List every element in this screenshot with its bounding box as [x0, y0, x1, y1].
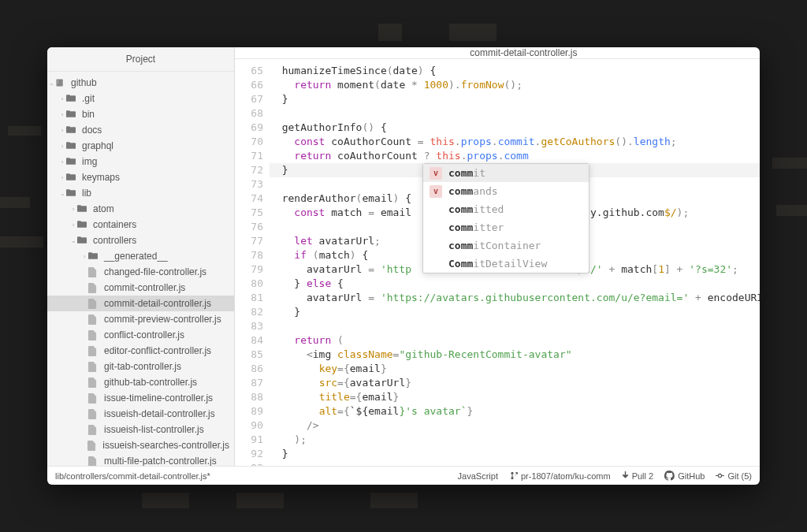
- tree-file[interactable]: issueish-list-controller.js: [47, 422, 234, 437]
- tree-folder[interactable]: ›containers: [47, 217, 234, 233]
- folder-icon: [88, 252, 101, 260]
- code-area[interactable]: humanizeTimeSince(date) { return moment(…: [270, 59, 760, 466]
- tree-file[interactable]: github-tab-controller.js: [47, 374, 234, 390]
- tree-file[interactable]: issue-timeline-controller.js: [47, 390, 234, 406]
- code-line[interactable]: key={email}: [270, 362, 760, 376]
- autocomplete-item[interactable]: vcommit: [423, 164, 589, 182]
- file-icon: [88, 378, 101, 388]
- tree-folder[interactable]: ›.git: [47, 91, 234, 106]
- folder-icon: [66, 126, 79, 134]
- tree-file[interactable]: issueish-searches-controller.js: [47, 437, 234, 453]
- tab-bar[interactable]: commit-detail-controller.js: [235, 47, 760, 59]
- arrow-down-icon: [622, 471, 629, 480]
- tree-file[interactable]: commit-controller.js: [47, 280, 234, 296]
- code-line[interactable]: return moment(date * 1000).fromNow();: [270, 78, 760, 92]
- tree-label: editor-conflict-controller.js: [104, 345, 211, 356]
- status-github[interactable]: GitHub: [664, 471, 705, 481]
- repo-icon: [55, 78, 68, 87]
- status-git[interactable]: Git (5): [716, 471, 752, 481]
- code-line[interactable]: } else {: [270, 277, 760, 291]
- code-line[interactable]: return coAuthorCount ? this.props.comm: [270, 149, 760, 163]
- code-line[interactable]: [270, 106, 760, 121]
- file-icon: [88, 283, 101, 293]
- tree-folder[interactable]: ›atom: [47, 201, 234, 217]
- tree-file[interactable]: commit-preview-controller.js: [47, 311, 234, 327]
- folder-icon: [66, 189, 79, 197]
- tree-folder-lib[interactable]: ⌄ lib: [47, 185, 234, 201]
- autocomplete-item[interactable]: vCommitDetailView: [423, 255, 589, 273]
- tree-file[interactable]: commit-detail-controller.js: [47, 296, 234, 311]
- tree-label: git-tab-controller.js: [104, 361, 181, 372]
- code-line[interactable]: [270, 319, 760, 333]
- tree-folder-controllers[interactable]: ⌄ controllers: [47, 233, 234, 248]
- tree-label: containers: [93, 219, 136, 230]
- code-line[interactable]: avatarUrl = 'https://avatars.githubuserc…: [270, 291, 760, 305]
- tree-root-repo[interactable]: ⌄ github: [47, 75, 234, 91]
- tab-title[interactable]: commit-detail-controller.js: [470, 47, 577, 58]
- tree-folder[interactable]: ›graphql: [47, 138, 234, 154]
- file-icon: [88, 425, 101, 435]
- autocomplete-item[interactable]: vcommitted: [423, 200, 589, 218]
- chevron-right-icon: ›: [58, 95, 66, 102]
- code-line[interactable]: getAuthorInfo() {: [270, 121, 760, 135]
- code-line[interactable]: />: [270, 419, 760, 433]
- tree-folder[interactable]: ›docs: [47, 122, 234, 138]
- autocomplete-item[interactable]: vcommitter: [423, 218, 589, 236]
- file-tree[interactable]: ⌄ github ›.git›bin›docs›graphql›img›keym…: [47, 72, 234, 466]
- autocomplete-popup[interactable]: vcommitvcommandsvcommittedvcommittervcom…: [422, 163, 589, 273]
- editor-pane: commit-detail-controller.js 656667686970…: [235, 47, 760, 466]
- code-line[interactable]: [270, 461, 760, 466]
- folder-icon: [66, 173, 79, 181]
- file-icon: [88, 314, 101, 325]
- autocomplete-label: commands: [448, 184, 498, 199]
- tree-label: issueish-detail-controller.js: [104, 408, 215, 419]
- code-editor[interactable]: 6566676869707172737475767778798081828384…: [235, 59, 760, 466]
- code-line[interactable]: return (: [270, 333, 760, 348]
- tree-folder[interactable]: ›keymaps: [47, 169, 234, 185]
- file-icon: [88, 330, 101, 340]
- tree-folder[interactable]: ›img: [47, 154, 234, 169]
- code-line[interactable]: }: [270, 447, 760, 461]
- chevron-right-icon: ›: [69, 221, 77, 229]
- code-line[interactable]: humanizeTimeSince(date) {: [270, 64, 760, 78]
- status-branch-label: pr-1807/atom/ku-comm: [521, 471, 611, 481]
- chevron-right-icon: ›: [58, 111, 66, 118]
- folder-icon: [66, 95, 79, 102]
- tree-folder-generated[interactable]: › __generated__: [47, 248, 234, 264]
- file-icon: [88, 456, 101, 467]
- folder-icon: [77, 221, 90, 229]
- tree-folder[interactable]: ›bin: [47, 106, 234, 122]
- tree-file[interactable]: editor-conflict-controller.js: [47, 343, 234, 359]
- code-line[interactable]: alt={`${email}'s avatar`}: [270, 404, 760, 419]
- tree-file[interactable]: git-tab-controller.js: [47, 359, 234, 374]
- code-line[interactable]: }: [270, 92, 760, 106]
- autocomplete-item[interactable]: vcommands: [423, 182, 589, 200]
- tree-file[interactable]: conflict-controller.js: [47, 327, 234, 343]
- file-icon: [88, 362, 101, 372]
- status-pull[interactable]: Pull 2: [622, 471, 654, 481]
- tree-file[interactable]: multi-file-patch-controller.js: [47, 453, 234, 466]
- tree-label: graphql: [82, 140, 113, 151]
- code-line[interactable]: <img className="github-RecentCommit-avat…: [270, 348, 760, 362]
- code-line[interactable]: );: [270, 433, 760, 447]
- status-branch[interactable]: pr-1807/atom/ku-comm: [509, 471, 611, 481]
- tree-label: keymaps: [82, 172, 120, 183]
- autocomplete-kind-badge: v: [430, 185, 442, 198]
- github-icon: [664, 471, 675, 481]
- code-line[interactable]: const coAuthorCount = this.props.commit.…: [270, 135, 760, 149]
- tree-label: __generated__: [104, 251, 168, 262]
- autocomplete-item[interactable]: vcommitContainer: [423, 236, 589, 255]
- status-language[interactable]: JavaScript: [458, 471, 498, 481]
- chevron-right-icon: ›: [58, 127, 66, 134]
- code-line[interactable]: }: [270, 305, 760, 319]
- chevron-down-icon: ⌄: [47, 80, 55, 87]
- chevron-right-icon: ›: [80, 253, 88, 260]
- code-line[interactable]: title={email}: [270, 390, 760, 404]
- sidebar-header: Project: [47, 47, 234, 72]
- folder-icon: [77, 236, 90, 244]
- code-line[interactable]: src={avatarUrl}: [270, 376, 760, 390]
- status-file-path[interactable]: lib/controllers/commit-detail-controller…: [55, 471, 447, 481]
- tree-file[interactable]: issueish-detail-controller.js: [47, 406, 234, 422]
- line-number-gutter: 6566676869707172737475767778798081828384…: [235, 59, 270, 466]
- tree-file[interactable]: changed-file-controller.js: [47, 264, 234, 280]
